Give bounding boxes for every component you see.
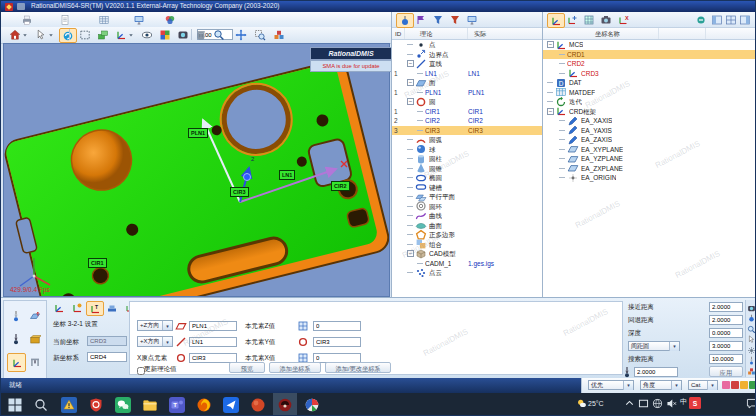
sogou-icon[interactable]: S	[689, 397, 701, 409]
tree-expander-icon[interactable]: −	[547, 41, 554, 48]
app-shield-taskbar-button[interactable]	[84, 393, 108, 416]
tree-expander-icon[interactable]: −	[407, 60, 414, 67]
status-select[interactable]: 优先▾	[588, 380, 634, 390]
taskbar-search-button[interactable]	[33, 397, 49, 413]
apply-button[interactable]: 应用	[709, 366, 743, 377]
direction-select[interactable]: +X方向▾	[137, 336, 173, 347]
features-funnel-blue-button[interactable]	[430, 13, 446, 26]
tree-expander-icon[interactable]: −	[407, 250, 414, 257]
side-render-button[interactable]	[746, 303, 756, 313]
element-value-input[interactable]	[313, 337, 361, 347]
side-probe-blue-button[interactable]	[746, 356, 756, 366]
feature-label-cir1[interactable]: CIR1	[88, 258, 107, 268]
feature-tree-row[interactable]: −圆	[392, 97, 542, 107]
palette-button[interactable]	[157, 28, 173, 41]
app-teams-taskbar-button[interactable]: T	[165, 393, 189, 416]
feature-label-pln1[interactable]: PLN1	[188, 128, 208, 138]
coords-triad-button[interactable]	[547, 13, 565, 28]
feature-tree-row[interactable]: −面	[392, 78, 542, 88]
probe-field-input[interactable]	[709, 302, 743, 312]
feature-tree-row[interactable]: −直线	[392, 59, 542, 69]
side-cursor-button[interactable]	[746, 335, 756, 345]
coord-tree-row[interactable]: CRD1	[543, 50, 756, 60]
rotate-button[interactable]	[59, 28, 77, 43]
status-select[interactable]: 角度▾	[640, 380, 682, 390]
coords-camera-button[interactable]	[598, 13, 614, 26]
feature-label-cir3[interactable]: CIR3	[230, 187, 249, 197]
feature-tree-row[interactable]: 2CIR2CIR2	[392, 116, 542, 126]
app-firefox-taskbar-button[interactable]	[192, 393, 216, 416]
ribbon-tab-document[interactable]	[57, 13, 73, 26]
cad-part[interactable]	[4, 57, 389, 296]
menu-icon[interactable]	[17, 3, 25, 10]
panel-right-button[interactable]	[737, 13, 753, 26]
app-alert-taskbar-button[interactable]	[57, 393, 81, 416]
dropdown-caret-icon[interactable]	[47, 28, 55, 41]
tree-expander-icon[interactable]: −	[547, 108, 554, 115]
parts-button[interactable]	[271, 28, 287, 41]
chevron-up-icon[interactable]	[623, 397, 636, 410]
add-change-coord-button[interactable]: 添加/更改坐标系	[325, 362, 391, 373]
app-ball-taskbar-button[interactable]	[246, 393, 270, 416]
coords-triad-plus-button[interactable]	[564, 13, 580, 26]
features-monitor-button[interactable]	[464, 13, 480, 26]
element-input[interactable]	[189, 337, 237, 347]
status-tool-icon[interactable]	[731, 381, 739, 389]
direction-select[interactable]: +Z方向▾	[137, 320, 173, 331]
probe-field-input[interactable]	[709, 315, 743, 325]
features-flag-button[interactable]	[413, 13, 429, 26]
zoom-button[interactable]	[211, 28, 227, 41]
features-probe-ball-button[interactable]	[396, 13, 414, 28]
eye-button[interactable]	[139, 28, 155, 41]
feature-tree-row[interactable]: 1CIR1CIR1	[392, 107, 542, 117]
trash-button[interactable]	[193, 28, 209, 41]
status-select[interactable]: Cat▾	[688, 380, 718, 390]
ime-indicator[interactable]: 中	[680, 397, 687, 407]
probe-field-input[interactable]	[709, 328, 743, 338]
coord-tree-row[interactable]: −MCS	[543, 40, 756, 50]
weather-icon[interactable]: 25°C	[575, 397, 604, 410]
side-probe-ball-button[interactable]	[746, 314, 756, 324]
ribbon-tab-colors[interactable]	[162, 13, 178, 26]
app-wechat-taskbar-button[interactable]	[111, 393, 135, 416]
add-coord-button[interactable]: 添加坐标系	[269, 362, 321, 373]
side-zoom-button[interactable]	[746, 324, 756, 334]
feature-tree-row[interactable]: 点云	[392, 268, 542, 278]
coords-axis-x-button[interactable]: X	[615, 13, 631, 26]
tree-expander-icon[interactable]: −	[407, 79, 414, 86]
network-globe-icon[interactable]	[651, 397, 664, 410]
status-tool-icon[interactable]	[749, 381, 756, 389]
ribbon-tab-print[interactable]	[19, 13, 35, 26]
coord-tree-row[interactable]: CRD3	[543, 69, 756, 79]
marquee-button[interactable]	[77, 28, 93, 41]
probe-tip-input[interactable]	[634, 367, 678, 377]
zoombox-button[interactable]	[252, 28, 268, 41]
pan-button[interactable]	[233, 28, 249, 41]
app-paint-taskbar-button[interactable]	[300, 393, 324, 416]
app-explorer-taskbar-button[interactable]	[138, 393, 162, 416]
preview-button[interactable]: 预览	[229, 362, 265, 373]
update-notice[interactable]: SMA is due for update	[310, 60, 392, 72]
dropdown-caret-icon[interactable]	[127, 28, 135, 41]
layers-button[interactable]	[95, 28, 111, 41]
status-tool-icon[interactable]	[722, 381, 730, 389]
dropdown-caret-icon[interactable]	[21, 28, 29, 41]
speaker-muted-icon[interactable]	[665, 397, 678, 410]
3d-viewport[interactable]: RationalDMIS SMA is due for update 429.9…	[3, 43, 390, 297]
coord-tree-row[interactable]: MATDEF	[543, 88, 756, 98]
start-button[interactable]	[7, 397, 23, 413]
side-parts-button[interactable]	[746, 366, 756, 376]
ribbon-tab-table[interactable]	[96, 13, 112, 26]
ribbon-tab-monitor[interactable]	[131, 13, 147, 26]
features-funnel-red-button[interactable]	[447, 13, 463, 26]
element-input[interactable]	[189, 321, 237, 331]
feature-tree-row[interactable]: −CAD模型	[392, 249, 542, 259]
probe-mode-select[interactable]: 间距圆▾	[628, 341, 680, 351]
coords-grid-button[interactable]	[581, 13, 597, 26]
tree-expander-icon[interactable]: −	[407, 98, 414, 105]
render-button[interactable]	[175, 28, 191, 41]
coord-tree-row[interactable]: 迭代	[543, 97, 756, 107]
link-button[interactable]	[693, 13, 709, 26]
coord-tree-row[interactable]: DDAT	[543, 78, 756, 88]
app-dmis-taskbar-button[interactable]	[273, 393, 297, 416]
